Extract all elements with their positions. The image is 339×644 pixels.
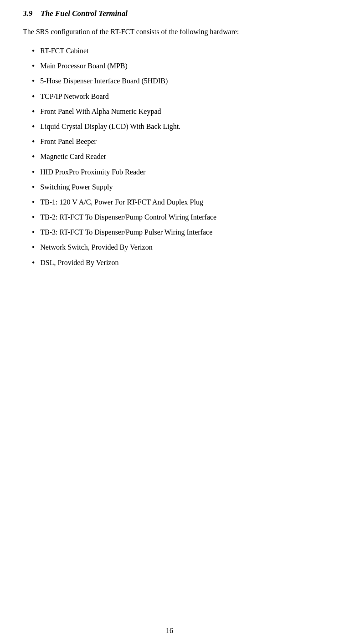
intro-text: The SRS configuration of the RT-FCT cons… xyxy=(23,26,316,37)
bullet-list: RT-FCT CabinetMain Processor Board (MPB)… xyxy=(32,46,316,269)
list-item: 5-Hose Dispenser Interface Board (5HDIB) xyxy=(32,76,316,87)
section-number: 3.9 xyxy=(23,9,32,18)
list-item: TCP/IP Network Board xyxy=(32,91,316,102)
list-item: Magnetic Card Reader xyxy=(32,151,316,163)
section-title: The Fuel Control Terminal xyxy=(41,9,128,18)
page-number: 16 xyxy=(166,627,173,635)
list-item: RT-FCT Cabinet xyxy=(32,46,316,57)
list-item: DSL, Provided By Verizon xyxy=(32,257,316,269)
list-item: TB-3: RT-FCT To Dispenser/Pump Pulser Wi… xyxy=(32,227,316,238)
page-container: 3.9The Fuel Control Terminal The SRS con… xyxy=(0,0,339,644)
list-item: Front Panel With Alpha Numeric Keypad xyxy=(32,106,316,118)
list-item: Front Panel Beeper xyxy=(32,136,316,148)
list-item: HID ProxPro Proximity Fob Reader xyxy=(32,167,316,178)
list-item: Liquid Crystal Display (LCD) With Back L… xyxy=(32,121,316,133)
list-item: TB-1: 120 V A/C, Power For RT-FCT And Du… xyxy=(32,197,316,208)
list-item: TB-2: RT-FCT To Dispenser/Pump Control W… xyxy=(32,212,316,223)
list-item: Network Switch, Provided By Verizon xyxy=(32,242,316,253)
list-item: Main Processor Board (MPB) xyxy=(32,61,316,72)
list-item: Switching Power Supply xyxy=(32,182,316,193)
section-heading: 3.9The Fuel Control Terminal xyxy=(23,9,316,18)
